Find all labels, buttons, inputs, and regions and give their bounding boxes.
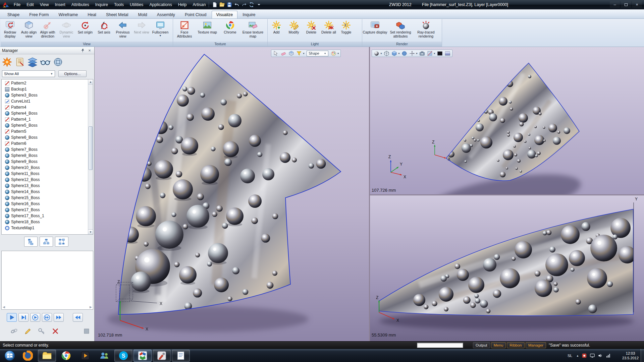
menu-view[interactable]: View <box>37 1 52 8</box>
tree-item-sphere8-boss[interactable]: Sphere8_Boss <box>2 153 88 159</box>
ribbon-button-redraw-display[interactable]: Redraw display <box>1 20 19 41</box>
tray-volume-icon[interactable] <box>598 353 603 358</box>
ribbon-button-texture-map[interactable]: Texture map <box>196 20 219 41</box>
menu-help[interactable]: Help <box>175 1 190 8</box>
menu-tools[interactable]: Tools <box>111 1 127 8</box>
taskbar-clock[interactable]: 12:03 23.5.2012 <box>622 351 639 361</box>
tree-item-curvelist1[interactable]: CurveList1 <box>2 98 88 104</box>
language-indicator[interactable]: SL <box>566 353 574 358</box>
background-swatch-button[interactable] <box>436 50 443 57</box>
tab-mold[interactable]: Mold <box>133 11 152 18</box>
tree-item-pattern4-1[interactable]: Pattern4_1 <box>2 116 88 122</box>
menu-edit[interactable]: Edit <box>23 1 37 8</box>
ribbon-button-add[interactable]: Add <box>268 20 285 41</box>
statusbar-manager-button[interactable]: Manager <box>526 342 546 348</box>
play-circle-fast-button[interactable] <box>42 313 52 322</box>
close-icon[interactable]: × <box>87 48 92 53</box>
tree-graph-view-button[interactable] <box>55 237 68 247</box>
tree-item-sphere17-boss[interactable]: Sphere17_Boss <box>2 207 88 213</box>
tab-sheet-metal[interactable]: Sheet Metal <box>101 11 133 18</box>
detail-list[interactable]: ◀ ▶ <box>1 251 93 310</box>
tab-inquire[interactable]: Inquire <box>238 11 260 18</box>
status-input-field[interactable] <box>417 343 463 348</box>
menu-inquire[interactable]: Inquire <box>92 1 111 8</box>
ribbon-button-toggle[interactable]: Toggle <box>337 20 355 41</box>
tree-item-sphere5-boss[interactable]: Sphere5_Boss <box>2 122 88 128</box>
tab-visualize[interactable]: Visualize <box>212 11 238 18</box>
tree-item-sphere9-boss[interactable]: Sphere9_Boss <box>2 159 88 165</box>
play-button[interactable] <box>7 313 17 322</box>
fast-forward-button[interactable] <box>54 313 64 322</box>
tree-item-sphere14-boss[interactable]: Sphere14_Boss <box>2 189 88 195</box>
ribbon-button-delete-all[interactable]: Delete all <box>320 20 337 41</box>
csys-manager-icon[interactable] <box>2 57 12 67</box>
view-manager-icon[interactable] <box>53 57 63 67</box>
ribbon-button-next-view[interactable]: Next view <box>132 20 151 41</box>
camera-button[interactable] <box>419 50 426 57</box>
filter-button[interactable] <box>296 50 303 57</box>
view-orient-button[interactable] <box>409 50 416 57</box>
statusbar-ribbon-button[interactable]: Ribbon <box>507 342 524 348</box>
tree-item-sphere4-boss[interactable]: Sphere4_Boss <box>2 110 88 116</box>
taskbar-firefox-button[interactable] <box>19 350 37 362</box>
tree-item-pattern4[interactable]: Pattern4 <box>2 104 88 110</box>
visibility-manager-icon[interactable] <box>40 57 50 67</box>
start-button[interactable] <box>2 350 17 361</box>
statusbar-output-button[interactable]: Output <box>473 342 490 348</box>
statusbar-menu-button[interactable]: Menu <box>491 342 506 348</box>
menu-applications[interactable]: Applications <box>146 1 175 8</box>
tree-item-sphere3-boss[interactable]: Sphere3_Boss <box>2 92 88 98</box>
ribbon-button-auto-align-view[interactable]: Auto align view <box>19 20 38 41</box>
tree-item-sphere15-boss[interactable]: Sphere15_Boss <box>2 195 88 201</box>
layer-manager-icon[interactable] <box>28 57 38 67</box>
tree-list-view-button[interactable] <box>24 237 38 247</box>
tree-item-sphere6-boss[interactable]: Sphere6_Boss <box>2 134 88 140</box>
ribbon-button-modify[interactable]: Modify <box>285 20 303 41</box>
ribbon-button-fullscreen[interactable]: Fullscreen▼ <box>151 20 170 41</box>
ribbon-button-align-with-direction[interactable]: Align with direction <box>38 20 57 41</box>
new-file-icon[interactable] <box>212 2 218 8</box>
scrollbar-thumb[interactable] <box>89 126 93 170</box>
redo-icon[interactable] <box>241 2 247 8</box>
taskbar-chrome-button[interactable] <box>57 350 75 362</box>
render-mode-button[interactable] <box>373 50 380 57</box>
ribbon-button-dynamic-view[interactable]: Dynamic view <box>57 20 76 41</box>
tree-scrollbar[interactable]: ▲ ▼ <box>88 79 93 234</box>
taskbar-zw3d-button[interactable] <box>133 350 152 362</box>
ribbon-button-set-origin[interactable]: Set origin <box>76 20 95 41</box>
ribbon-button-set-axis[interactable]: Set axis <box>95 20 113 41</box>
sync-icon[interactable] <box>249 2 255 8</box>
pin-icon[interactable] <box>80 48 86 53</box>
tree-item-sphere10-boss[interactable]: Sphere10_Boss <box>2 165 88 171</box>
scroll-up-icon[interactable]: ▲ <box>88 79 93 84</box>
ribbon-button-ray-traced-rendering[interactable]: Ray-traced rendering <box>413 20 439 41</box>
save-icon[interactable] <box>226 2 232 8</box>
menu-file[interactable]: File <box>11 1 23 8</box>
undo-icon[interactable] <box>234 2 240 8</box>
ribbon-button-delete[interactable]: Delete <box>303 20 320 41</box>
history-manager-icon[interactable] <box>15 57 25 67</box>
ribbon-button-face-attributes[interactable]: Face Attributes <box>173 20 196 41</box>
key-button[interactable] <box>38 327 46 337</box>
tree-item-sphere18-boss[interactable]: Sphere18_Boss <box>2 219 88 225</box>
cube-mode-button[interactable] <box>391 50 398 57</box>
tree-item-sphere17-boss-1[interactable]: Sphere17_Boss_1 <box>2 213 88 219</box>
tree-item-sphere12-boss[interactable]: Sphere12_Boss <box>2 177 88 183</box>
tree-item-pattern6[interactable]: Pattern6 <box>2 140 88 146</box>
tree-item-pattern2[interactable]: Pattern2 <box>2 80 88 86</box>
ribbon-button-chrome[interactable]: Chrome <box>219 20 241 41</box>
tree-item-sphere11-boss[interactable]: Sphere11_Boss <box>2 171 88 177</box>
menu-insert[interactable]: Insert <box>52 1 68 8</box>
tree-item-sphere7-boss[interactable]: Sphere7_Boss <box>2 146 88 153</box>
scroll-right-icon[interactable]: ▶ <box>90 305 92 309</box>
tree-item-texturemap1[interactable]: TextureMap1 <box>2 225 88 231</box>
wireframe-mode-button[interactable] <box>383 50 390 57</box>
show-desktop-button[interactable] <box>641 349 644 362</box>
tray-network-icon[interactable] <box>606 353 611 358</box>
tray-app-icon[interactable] <box>582 353 587 358</box>
ribbon-button-erase-texture-map[interactable]: Erase texture map <box>241 20 264 41</box>
taskbar-media-player-button[interactable] <box>76 350 94 362</box>
tree-item-backup1[interactable]: Backup1 <box>2 86 88 92</box>
shaded-cube-button[interactable] <box>288 50 295 57</box>
play-to-end-button[interactable] <box>18 313 29 322</box>
